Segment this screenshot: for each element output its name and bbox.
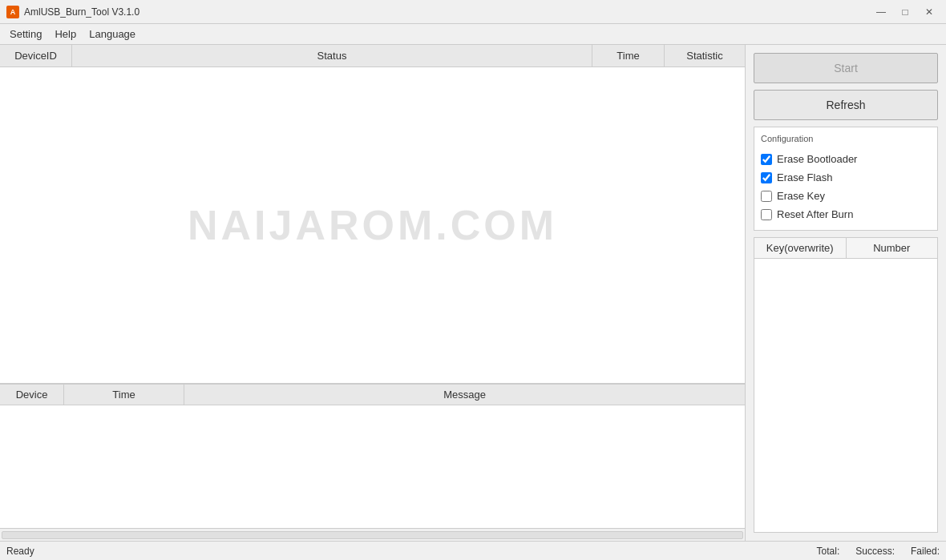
app-icon: A bbox=[6, 6, 19, 18]
watermark: NAIJAROM.COM bbox=[188, 201, 557, 249]
status-ready: Ready bbox=[6, 546, 817, 557]
config-erase-bootloader: Erase Bootloader bbox=[761, 150, 931, 168]
scrollbar-track[interactable] bbox=[2, 531, 743, 539]
checkbox-erase-bootloader[interactable] bbox=[761, 154, 772, 165]
config-reset-after-burn: Reset After Burn bbox=[761, 205, 931, 224]
col-header-status: Status bbox=[72, 45, 592, 66]
key-table-body bbox=[754, 259, 937, 387]
configuration-title: Configuration bbox=[761, 134, 931, 143]
log-table: Device Time Message bbox=[0, 384, 745, 528]
refresh-button[interactable]: Refresh bbox=[754, 90, 938, 120]
window-controls: — □ ✕ bbox=[871, 4, 940, 20]
log-col-header-time: Time bbox=[64, 385, 184, 405]
title-bar: A AmlUSB_Burn_Tool V3.1.0 — □ ✕ bbox=[0, 0, 946, 24]
minimize-button[interactable]: — bbox=[871, 4, 891, 20]
config-erase-flash: Erase Flash bbox=[761, 168, 931, 187]
key-col-header-number: Number bbox=[847, 238, 938, 258]
status-success: Success: bbox=[855, 546, 895, 557]
key-col-header-key: Key(overwrite) bbox=[754, 238, 847, 258]
col-header-time: Time bbox=[592, 45, 665, 66]
config-erase-key: Erase Key bbox=[761, 187, 931, 205]
log-col-header-message: Message bbox=[184, 385, 745, 405]
label-erase-key[interactable]: Erase Key bbox=[777, 190, 825, 202]
label-reset-after-burn[interactable]: Reset After Burn bbox=[777, 208, 853, 220]
app-icon-label: A bbox=[10, 8, 16, 16]
key-table: Key(overwrite) Number bbox=[754, 237, 938, 533]
configuration-section: Configuration Erase Bootloader Erase Fla… bbox=[754, 127, 938, 231]
label-erase-bootloader[interactable]: Erase Bootloader bbox=[777, 153, 857, 165]
menu-language[interactable]: Language bbox=[83, 26, 142, 42]
label-erase-flash[interactable]: Erase Flash bbox=[777, 171, 832, 183]
status-right: Total: Success: Failed: bbox=[817, 546, 940, 557]
log-table-body bbox=[0, 405, 745, 528]
checkbox-erase-flash[interactable] bbox=[761, 172, 772, 183]
log-table-header: Device Time Message bbox=[0, 385, 745, 405]
device-table-header: DeviceID Status Time Statistic bbox=[0, 45, 745, 67]
device-table: DeviceID Status Time Statistic NAIJAROM.… bbox=[0, 45, 745, 384]
title-bar-left: A AmlUSB_Burn_Tool V3.1.0 bbox=[6, 6, 139, 18]
status-total: Total: bbox=[817, 546, 840, 557]
key-table-header: Key(overwrite) Number bbox=[754, 238, 937, 259]
maximize-button[interactable]: □ bbox=[895, 4, 916, 20]
log-col-header-device: Device bbox=[0, 385, 64, 405]
scrollbar-area[interactable] bbox=[0, 528, 745, 541]
device-table-body: NAIJAROM.COM bbox=[0, 67, 745, 383]
menu-bar: Setting Help Language bbox=[0, 24, 946, 45]
menu-help[interactable]: Help bbox=[48, 26, 83, 42]
status-failed: Failed: bbox=[911, 546, 940, 557]
close-button[interactable]: ✕ bbox=[919, 4, 940, 20]
menu-setting[interactable]: Setting bbox=[3, 26, 48, 42]
main-content: DeviceID Status Time Statistic NAIJAROM.… bbox=[0, 45, 946, 541]
left-panel: DeviceID Status Time Statistic NAIJAROM.… bbox=[0, 45, 746, 541]
window-title: AmlUSB_Burn_Tool V3.1.0 bbox=[24, 6, 139, 18]
checkbox-reset-after-burn[interactable] bbox=[761, 209, 772, 220]
col-header-deviceid: DeviceID bbox=[0, 45, 72, 66]
start-button[interactable]: Start bbox=[754, 53, 938, 83]
status-bar: Ready Total: Success: Failed: bbox=[0, 541, 946, 560]
right-panel: Start Refresh Configuration Erase Bootlo… bbox=[746, 45, 946, 541]
col-header-statistic: Statistic bbox=[665, 45, 745, 66]
checkbox-erase-key[interactable] bbox=[761, 191, 772, 202]
